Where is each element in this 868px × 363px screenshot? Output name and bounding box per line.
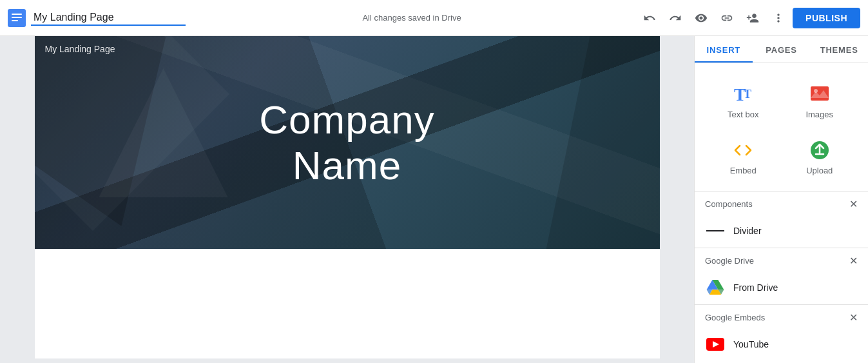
divider-item[interactable]: Divider: [695, 214, 868, 248]
tab-insert[interactable]: INSERT: [695, 36, 753, 63]
components-collapse-icon[interactable]: ✕: [849, 198, 858, 210]
insert-images[interactable]: Images: [782, 74, 858, 130]
google-drive-icon: [706, 280, 724, 295]
insert-embed[interactable]: Embed: [705, 130, 782, 186]
hero-section[interactable]: My Landing Page Company Name: [35, 36, 660, 249]
google-embeds-collapse-icon[interactable]: ✕: [849, 311, 858, 324]
svg-point-8: [814, 89, 818, 93]
svg-rect-6: [811, 86, 829, 101]
upload-icon: [809, 140, 830, 161]
main-layout: My Landing Page Company Name INSERT PAGE…: [0, 36, 868, 363]
drive-icon: [705, 277, 726, 298]
link-icon: [720, 12, 733, 25]
divider-line-icon: [706, 230, 724, 231]
google-drive-section-header: Google Drive ✕: [695, 248, 868, 271]
page-title-input[interactable]: My Landing Page: [31, 10, 186, 26]
right-panel: INSERT PAGES THEMES T T Text box: [694, 36, 868, 363]
svg-text:T: T: [744, 88, 751, 101]
youtube-icon: [706, 338, 724, 351]
components-title: Components: [705, 199, 753, 209]
textbox-icon: T T: [733, 84, 753, 104]
google-drive-title: Google Drive: [705, 256, 754, 266]
divider-label: Divider: [733, 226, 762, 236]
undo-icon: [643, 12, 656, 25]
link-button[interactable]: [715, 6, 738, 30]
panel-tabs: INSERT PAGES THEMES: [695, 36, 868, 63]
google-embeds-section-header: Google Embeds ✕: [695, 304, 868, 328]
embed-svg: [733, 140, 753, 161]
hero-text-line1: Company: [259, 97, 434, 142]
toolbar-actions: PUBLISH: [638, 6, 860, 30]
save-status: All changes saved in Drive: [191, 13, 633, 23]
images-svg: [809, 84, 830, 104]
add-user-icon: [746, 12, 759, 25]
divider-icon: [705, 221, 726, 241]
from-drive-item[interactable]: From Drive: [695, 271, 868, 304]
add-user-button[interactable]: [741, 6, 764, 30]
svg-rect-3: [12, 20, 18, 21]
textbox-svg: T T: [733, 84, 753, 104]
preview-button[interactable]: [690, 6, 713, 30]
canvas-area: My Landing Page Company Name: [0, 36, 694, 363]
svg-rect-2: [12, 17, 22, 18]
embed-icon: [733, 140, 753, 161]
redo-icon: [669, 12, 682, 25]
more-options-button[interactable]: [767, 6, 790, 30]
google-embeds-title: Google Embeds: [705, 313, 765, 322]
youtube-item[interactable]: YouTube: [695, 328, 868, 361]
youtube-label: YouTube: [733, 339, 769, 349]
upload-label: Upload: [806, 166, 833, 175]
geo-shape-1: [35, 36, 225, 226]
upload-svg: [809, 140, 830, 161]
app-logo: [8, 9, 26, 27]
preview-icon: [695, 12, 708, 25]
page-canvas: My Landing Page Company Name: [35, 36, 660, 358]
tab-pages[interactable]: PAGES: [753, 36, 811, 63]
insert-grid: T T Text box Images: [695, 63, 868, 191]
insert-upload[interactable]: Upload: [782, 130, 858, 186]
images-label: Images: [805, 110, 833, 119]
svg-rect-1: [12, 14, 22, 15]
undo-button[interactable]: [638, 6, 661, 30]
youtube-play-icon: [713, 341, 719, 348]
more-options-icon: [772, 12, 785, 25]
google-drive-collapse-icon[interactable]: ✕: [849, 255, 858, 267]
redo-button[interactable]: [664, 6, 687, 30]
insert-text-box[interactable]: T T Text box: [705, 74, 782, 130]
hero-text-line2: Name: [259, 142, 434, 188]
components-section-header: Components ✕: [695, 191, 868, 214]
youtube-component-icon: [705, 334, 726, 355]
tab-themes[interactable]: THEMES: [810, 36, 868, 63]
toolbar: My Landing Page All changes saved in Dri…: [0, 0, 868, 36]
publish-button[interactable]: PUBLISH: [793, 8, 860, 28]
text-box-label: Text box: [728, 110, 758, 119]
images-icon: [809, 84, 830, 104]
from-drive-label: From Drive: [733, 282, 778, 293]
canvas-page-title: My Landing Page: [45, 44, 115, 54]
white-content-section[interactable]: [35, 249, 660, 358]
geo-shape-2: [99, 68, 228, 197]
hero-text: Company Name: [259, 97, 434, 189]
google-sites-logo-icon: [8, 9, 26, 27]
embed-label: Embed: [730, 166, 757, 175]
geo-shape-3: [544, 36, 660, 249]
